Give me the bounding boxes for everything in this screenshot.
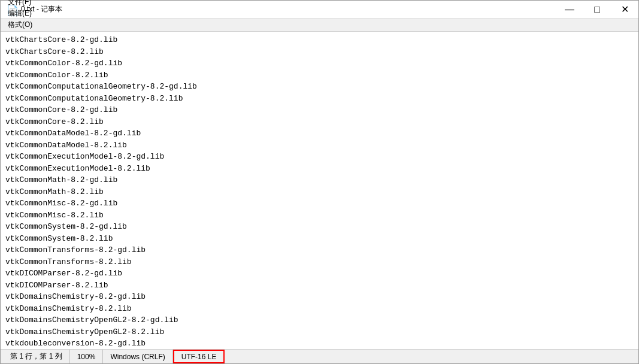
text-line: vtkCommonSystem-8.2-gd.lib (5, 221, 634, 233)
text-line: vtkCommonCore-8.2.lib (5, 116, 634, 128)
text-line: vtkCommonExecutionModel-8.2-gd.lib (5, 151, 634, 163)
text-line: vtkCommonDataModel-8.2.lib (5, 139, 634, 151)
line-ending: Windows (CRLF) (103, 350, 172, 363)
close-button[interactable]: ✕ (611, 1, 638, 19)
main-window: 📄 0.txt - 记事本 — □ ✕ 文件(F)编辑(E)格式(O)查看(V)… (0, 0, 639, 364)
content-area: vtkChartsCore-8.2-gd.libvtkChartsCore-8.… (1, 32, 638, 349)
text-line: vtkCommonMisc-8.2-gd.lib (5, 198, 634, 210)
text-line: vtkCommonColor-8.2-gd.lib (5, 57, 634, 69)
text-line: vtkCommonComputationalGeometry-8.2.lib (5, 93, 634, 105)
text-line: vtkChartsCore-8.2-gd.lib (5, 34, 634, 46)
text-line: vtkDomainsChemistry-8.2-gd.lib (5, 291, 634, 303)
text-line: vtkCommonExecutionModel-8.2.lib (5, 163, 634, 175)
menu-item[interactable]: 编辑(E) (3, 8, 37, 19)
text-line: vtkCommonTransforms-8.2-gd.lib (5, 244, 634, 256)
zoom-level: 100% (70, 350, 104, 363)
text-line: vtkDICOMParser-8.2.lib (5, 280, 634, 292)
text-line: vtkDomainsChemistryOpenGL2-8.2-gd.lib (5, 314, 634, 326)
minimize-button[interactable]: — (556, 1, 583, 19)
title-bar: 📄 0.txt - 记事本 — □ ✕ (1, 1, 638, 19)
text-editor[interactable]: vtkChartsCore-8.2-gd.libvtkChartsCore-8.… (1, 32, 638, 349)
text-line: vtkDICOMParser-8.2-gd.lib (5, 268, 634, 280)
text-line: vtkCommonTransforms-8.2.lib (5, 256, 634, 268)
menu-item[interactable]: 格式(O) (3, 19, 37, 31)
cursor-position: 第 1 行，第 1 列 (5, 350, 70, 363)
text-line: vtkCommonDataModel-8.2-gd.lib (5, 128, 634, 139)
text-line: vtkCommonCore-8.2-gd.lib (5, 104, 634, 116)
encoding: UTF-16 LE (173, 350, 225, 363)
text-line: vtkChartsCore-8.2.lib (5, 46, 634, 58)
text-line: vtkCommonMisc-8.2.lib (5, 210, 634, 222)
text-line: vtkCommonMath-8.2.lib (5, 186, 634, 198)
text-line: vtkCommonComputationalGeometry-8.2-gd.li… (5, 81, 634, 93)
text-line: vtkDomainsChemistryOpenGL2-8.2.lib (5, 326, 634, 338)
text-line: vtkdoubleconversion-8.2-gd.lib (5, 338, 634, 349)
title-bar-buttons: — □ ✕ (556, 1, 638, 19)
text-line: vtkCommonSystem-8.2.lib (5, 233, 634, 245)
text-line: vtkDomainsChemistry-8.2.lib (5, 303, 634, 315)
maximize-button[interactable]: □ (583, 1, 611, 19)
menu-item[interactable]: 文件(F) (3, 0, 37, 8)
menu-bar: 文件(F)编辑(E)格式(O)查看(V)帮助(H) (1, 19, 638, 32)
text-line: vtkCommonMath-8.2-gd.lib (5, 174, 634, 186)
text-line: vtkCommonColor-8.2.lib (5, 69, 634, 81)
status-bar: 第 1 行，第 1 列 100% Windows (CRLF) UTF-16 L… (1, 349, 638, 363)
